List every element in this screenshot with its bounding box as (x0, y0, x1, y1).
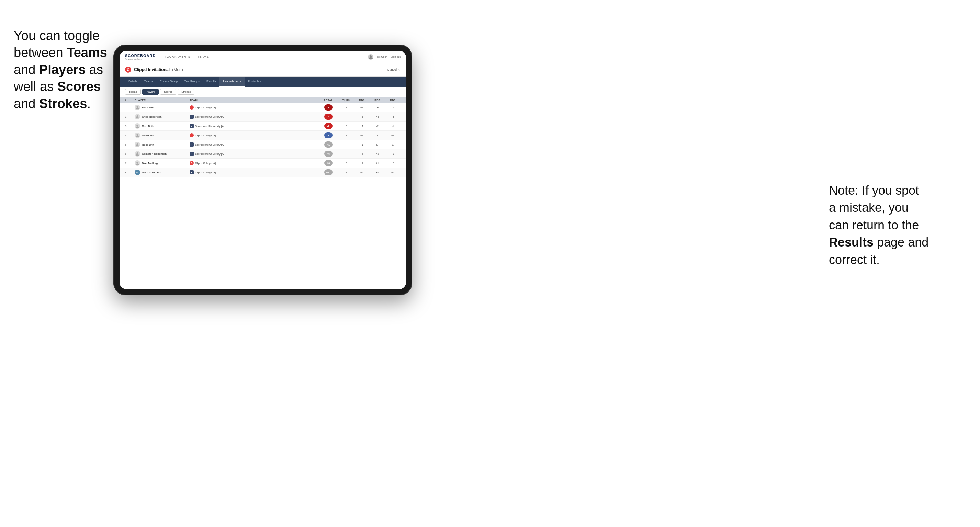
tablet-screen: SCOREBOARD Powered by clippd TOURNAMENTS… (119, 51, 406, 289)
team-logo-scoreboard: ■ (189, 170, 194, 175)
score-badge: +6 (324, 151, 332, 157)
player-name: Cameron Robertson (142, 152, 167, 156)
tab-printables[interactable]: Printables (245, 76, 264, 87)
rd3-value: +3 (385, 134, 401, 137)
subtab-strokes[interactable]: Strokes (178, 89, 194, 95)
team-cell: ■ Scoreboard University [A] (189, 152, 318, 156)
score-badge: E (324, 132, 332, 138)
rd1-value: +1 (354, 143, 370, 146)
score-badge: -8 (324, 104, 332, 111)
rd1-value: +1 (354, 125, 370, 128)
score-badge: -4 (324, 114, 332, 120)
team-cell: C Clippd College [A] (189, 133, 318, 137)
tournament-header: C Clippd Invitational (Men) Cancel ✕ (119, 63, 406, 76)
tab-tee-groups[interactable]: Tee Groups (181, 76, 203, 87)
close-icon: ✕ (398, 68, 401, 71)
player-cell: Chris Robertson (135, 114, 189, 119)
tab-details[interactable]: Details (125, 76, 141, 87)
user-avatar (368, 54, 373, 60)
tournament-title-area: C Clippd Invitational (Men) (125, 67, 183, 73)
player-cell: Rich Butler (135, 123, 189, 129)
team-logo-clippd: C (189, 133, 194, 137)
total-cell: +6 (318, 151, 339, 157)
table-row: 3 Rich Butler ■ Scoreboard University [A… (119, 122, 406, 131)
player-name: Blair McHarg (142, 162, 158, 165)
nav-teams[interactable]: TEAMS (194, 51, 212, 63)
total-cell: E (318, 132, 339, 138)
tournament-name: Clippd Invitational (Men) (134, 67, 183, 72)
team-name: Scoreboard University [A] (195, 143, 224, 146)
player-rank: 3 (125, 125, 135, 128)
player-name: Elliot Ebert (142, 106, 155, 109)
tournament-logo: C (125, 67, 131, 73)
player-rank: 4 (125, 134, 135, 137)
sign-out-link[interactable]: Sign out (391, 55, 401, 58)
total-cell: -2 (318, 123, 339, 129)
table-header: # PLAYER TEAM TOTAL THRU RD1 RD2 RD3 (119, 97, 406, 103)
rd2-value: +7 (370, 171, 385, 174)
subtab-teams[interactable]: Teams (125, 89, 141, 95)
rd2-value: -2 (370, 125, 385, 128)
subtab-scores[interactable]: Scores (160, 89, 176, 95)
rd1-value: -5 (354, 115, 370, 119)
tab-teams[interactable]: Teams (141, 76, 156, 87)
rd3-value: -4 (385, 115, 401, 119)
player-name: Marcus Turners (142, 171, 161, 174)
svg-point-7 (136, 152, 138, 154)
rd3-value: -1 (385, 152, 401, 156)
rd1-value: +1 (354, 134, 370, 137)
user-name: Test User | (375, 55, 388, 58)
player-name: Rich Butler (142, 125, 155, 128)
player-avatar (135, 142, 140, 147)
team-name: Scoreboard University [A] (195, 125, 224, 128)
rd3-value: +6 (385, 162, 401, 165)
team-cell: ■ Scoreboard University [A] (189, 124, 318, 128)
player-avatar (135, 151, 140, 157)
score-badge: +1 (324, 141, 332, 148)
tab-course-setup[interactable]: Course Setup (156, 76, 181, 87)
tab-results[interactable]: Results (203, 76, 220, 87)
player-avatar (135, 160, 140, 166)
rd1-value: +2 (354, 162, 370, 165)
svg-point-6 (136, 143, 138, 145)
player-rank: 8 (125, 171, 135, 174)
cancel-button[interactable]: Cancel ✕ (387, 68, 401, 71)
tab-bar: Details Teams Course Setup Tee Groups Re… (119, 76, 406, 87)
rd2-value: +2 (370, 152, 385, 156)
team-name: Scoreboard University [A] (195, 115, 224, 119)
player-cell: David Ford (135, 133, 189, 138)
table-row: 8 MT Marcus Turners ■ Clippd College [A]… (119, 168, 406, 177)
rd3-value: -1 (385, 125, 401, 128)
player-name: David Ford (142, 134, 155, 137)
rd1-value: +2 (354, 171, 370, 174)
nav-tournaments[interactable]: TOURNAMENTS (161, 51, 194, 63)
score-badge: +11 (324, 169, 332, 175)
svg-point-4 (136, 125, 138, 126)
team-name: Clippd College [A] (195, 134, 216, 137)
player-name: Rees Britt (142, 143, 154, 146)
subtab-players[interactable]: Players (142, 89, 159, 95)
score-badge: +6 (324, 160, 332, 166)
player-avatar (135, 114, 140, 119)
rd3-value: E (385, 143, 401, 146)
team-name: Clippd College [A] (195, 162, 216, 165)
player-rank: 6 (125, 152, 135, 156)
player-cell: Blair McHarg (135, 160, 189, 166)
team-cell: ■ Scoreboard University [A] (189, 115, 318, 119)
player-cell: Cameron Robertson (135, 151, 189, 157)
rd3-value: -5 (385, 106, 401, 109)
svg-point-3 (136, 115, 138, 117)
player-rank: 5 (125, 143, 135, 146)
team-logo-scoreboard: ■ (189, 152, 194, 156)
rd2-value: E (370, 143, 385, 146)
team-cell: ■ Scoreboard University [A] (189, 143, 318, 147)
col-player: PLAYER (135, 98, 189, 102)
player-name: Chris Robertson (142, 115, 162, 119)
svg-point-1 (370, 55, 372, 57)
thru-value: F (339, 125, 354, 128)
col-rd1: RD1 (354, 98, 370, 102)
tab-leaderboards[interactable]: Leaderboards (220, 76, 244, 87)
team-logo-clippd: C (189, 161, 194, 165)
nav-links: TOURNAMENTS TEAMS (161, 51, 212, 63)
tablet-device: SCOREBOARD Powered by clippd TOURNAMENTS… (113, 44, 412, 295)
